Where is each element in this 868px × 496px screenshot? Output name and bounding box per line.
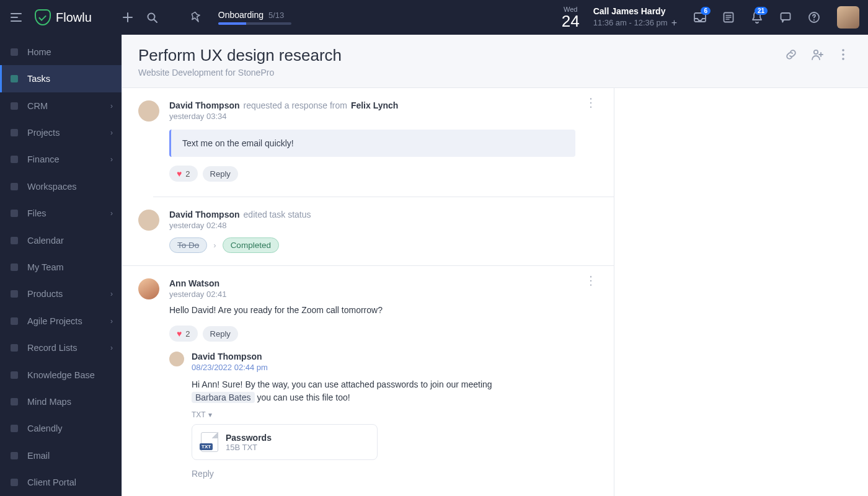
assign-icon[interactable] — [808, 46, 826, 63]
portal-icon — [9, 477, 20, 488]
status-to: Completed — [223, 237, 279, 253]
sidebar-item-tasks[interactable]: Tasks — [0, 65, 122, 92]
attachment-type[interactable]: TXT ▾ — [192, 410, 575, 419]
sidebar-item-label: Projects — [27, 128, 60, 138]
search-button[interactable] — [143, 7, 162, 27]
svg-rect-19 — [11, 425, 18, 432]
reply-link[interactable]: Reply — [192, 469, 214, 479]
sidebar-item-record-lists[interactable]: Record Lists› — [0, 334, 122, 361]
tasks-icon — [9, 73, 20, 84]
sidebar-item-label: Calendar — [27, 236, 64, 246]
sidebar-item-crm[interactable]: CRM› — [0, 92, 122, 119]
svg-point-23 — [842, 49, 844, 51]
calendar-icon — [9, 235, 20, 246]
onboarding-widget[interactable]: Onboarding 5/13 — [218, 10, 291, 25]
chevron-right-icon: › — [110, 155, 113, 164]
help-icon[interactable] — [802, 6, 826, 29]
sidebar-item-email[interactable]: Email — [0, 442, 122, 469]
entry-author[interactable]: Ann Watson — [169, 278, 219, 288]
chevron-right-icon: › — [110, 209, 113, 218]
entry-author[interactable]: David Thompson — [169, 100, 240, 110]
sidebar-item-projects[interactable]: Projects› — [0, 119, 122, 146]
user-avatar[interactable] — [837, 6, 859, 29]
menu-toggle-icon[interactable] — [6, 7, 26, 27]
sidebar-item-label: Workspaces — [27, 182, 77, 192]
svg-rect-3 — [781, 13, 790, 20]
sidebar-item-client-portal[interactable]: Client Portal — [0, 469, 122, 496]
heart-icon: ♥ — [177, 329, 182, 339]
sidebar-item-knowledge-base[interactable]: Knowledge Base — [0, 361, 122, 388]
event-time: 11:36 am - 12:36 pm — [593, 18, 668, 29]
sidebar-item-label: My Team — [27, 262, 64, 272]
entry-timestamp: yesterday 02:48 — [169, 221, 598, 230]
link-icon[interactable] — [782, 46, 800, 63]
onboarding-count: 5/13 — [268, 11, 284, 20]
brand-logo[interactable]: Flowlu — [35, 9, 92, 25]
reaction-heart[interactable]: ♥2 — [169, 166, 198, 182]
finance-icon — [9, 154, 20, 165]
attachment-card[interactable]: TXT Passwords 15B TXT — [192, 424, 378, 460]
shield-check-icon — [35, 9, 51, 25]
sidebar-item-mind-maps[interactable]: Mind Maps — [0, 388, 122, 415]
chevron-right-icon: › — [110, 102, 113, 110]
kb-icon — [9, 370, 20, 381]
page-actions — [782, 46, 852, 63]
email-icon — [9, 450, 20, 461]
page-subtitle[interactable]: Website Development for StonePro — [138, 68, 775, 78]
sidebar-item-calendar[interactable]: Calendar — [0, 227, 122, 254]
content: Perform UX design research Website Devel… — [122, 35, 868, 496]
avatar[interactable] — [138, 100, 159, 122]
reply-author[interactable]: David Thompson — [192, 352, 262, 361]
svg-rect-16 — [11, 344, 18, 352]
svg-rect-7 — [11, 102, 18, 110]
avatar[interactable] — [138, 278, 159, 299]
onboarding-label: Onboarding — [218, 10, 264, 20]
reply-button[interactable]: Reply — [203, 166, 238, 182]
onboarding-progress — [218, 22, 291, 25]
svg-rect-11 — [11, 210, 18, 217]
brand-name: Flowlu — [56, 11, 92, 25]
sidebar-item-products[interactable]: Products› — [0, 281, 122, 308]
inbox-icon[interactable]: 6 — [688, 6, 712, 29]
sidebar-item-finance[interactable]: Finance› — [0, 146, 122, 173]
topbar-date[interactable]: Wed 24 — [562, 6, 580, 29]
sidebar-item-my-team[interactable]: My Team — [0, 254, 122, 280]
entry-action: requested a response from — [244, 100, 347, 110]
user-mention[interactable]: Barbara Bates — [192, 392, 255, 403]
entry-target[interactable]: Felix Lynch — [351, 100, 399, 110]
arrow-right-icon: › — [213, 241, 216, 250]
chat-icon[interactable] — [774, 6, 797, 29]
upcoming-event[interactable]: Call James Hardy 11:36 am - 12:36 pm + — [593, 6, 677, 30]
add-button[interactable] — [118, 7, 138, 27]
sidebar-item-workspaces[interactable]: Workspaces — [0, 173, 122, 200]
sidebar: HomeTasksCRM›Projects›Finance›Workspaces… — [0, 35, 122, 496]
page-title: Perform UX design research — [138, 46, 775, 65]
add-event-icon[interactable]: + — [671, 17, 677, 30]
team-icon — [9, 262, 20, 273]
svg-rect-9 — [11, 156, 18, 163]
feed-entry: David Thompson edited task status yester… — [122, 197, 614, 265]
avatar[interactable] — [169, 352, 184, 366]
status-change: To Do › Completed — [169, 237, 598, 253]
entry-author[interactable]: David Thompson — [169, 210, 240, 219]
sidebar-item-label: Client Portal — [27, 477, 76, 487]
svg-rect-21 — [11, 479, 18, 486]
avatar[interactable] — [138, 210, 159, 231]
svg-point-24 — [842, 53, 844, 56]
reaction-heart[interactable]: ♥2 — [169, 326, 198, 342]
notes-icon[interactable] — [717, 6, 740, 29]
svg-rect-18 — [11, 398, 18, 405]
reply-button[interactable]: Reply — [203, 326, 238, 342]
sidebar-item-calendly[interactable]: Calendly — [0, 415, 122, 442]
workspaces-icon — [9, 181, 20, 192]
sidebar-item-files[interactable]: Files› — [0, 200, 122, 226]
more-icon[interactable] — [835, 46, 852, 63]
mind-icon — [9, 396, 20, 407]
right-pane — [614, 88, 868, 496]
sidebar-item-agile-projects[interactable]: Agile Projects› — [0, 308, 122, 334]
pin-icon[interactable] — [186, 7, 206, 27]
sidebar-item-home[interactable]: Home — [0, 38, 122, 65]
svg-rect-17 — [11, 371, 18, 379]
bell-icon[interactable]: 21 — [745, 6, 769, 29]
reply-timestamp: 08/23/2022 02:44 pm — [192, 363, 575, 372]
